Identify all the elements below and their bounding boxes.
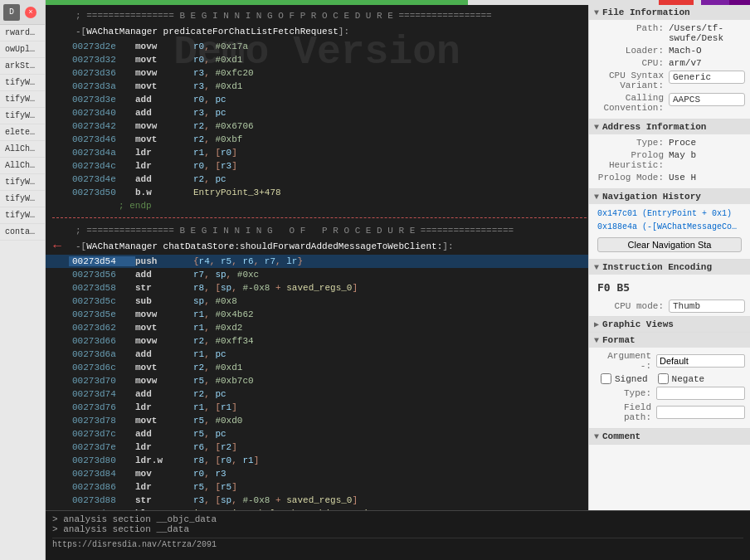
table-row[interactable]: 00273d80 ldr.w r8, [r0, r1]: [46, 454, 588, 467]
nav-history-header[interactable]: ▼ Navigation History: [589, 189, 750, 204]
sidebar-item[interactable]: tifyWeb...: [0, 91, 45, 108]
triangle-icon: ▼: [594, 432, 599, 441]
type-label: Type:: [594, 138, 669, 148]
encoding-value: F0 B5: [594, 278, 745, 297]
table-row[interactable]: 00273d58 str r8, [sp, #-0x8 + saved_regs…: [46, 281, 588, 295]
table-row[interactable]: 00273d5c sub sp, #0x8: [46, 295, 588, 308]
prolog-heuristic-value: May b: [669, 150, 745, 160]
cpu-mode-dropdown[interactable]: Thumb: [669, 299, 745, 313]
sidebar-item[interactable]: tifyWeb...: [0, 207, 45, 224]
sidebar-item[interactable]: contacts...: [0, 224, 45, 241]
triangle-icon: ▼: [594, 263, 599, 272]
negate-label: Negate: [672, 374, 705, 384]
comment-title: Comment: [602, 431, 640, 441]
table-row[interactable]: 00273d6a add r1, pc: [46, 348, 588, 361]
func1-label-row: -[WAChatManager predicateForChatListFetc…: [46, 23, 588, 40]
table-row[interactable]: 00273d66 movw r2, #0xff34 ;: [46, 334, 588, 348]
sidebar-item[interactable]: arkStatu...: [0, 58, 45, 75]
prolog-mode-value: Use H: [669, 173, 745, 183]
table-row: 00273d4c ldr r0, [r3]: [46, 159, 588, 173]
table-row: 00273d4a ldr r1, [r0]: [46, 146, 588, 159]
table-row: 00273d50 b.w EntryPoint_3+478: [46, 186, 588, 199]
table-row: 00273d36 movw r3, #0xfc20 ;: [46, 66, 588, 80]
table-row[interactable]: 00273d7c add r5, pc: [46, 427, 588, 441]
instruction-encoding-section: ▼ Instruction Encoding F0 B5 CPU mode: T…: [589, 260, 750, 317]
cpu-label: CPU:: [594, 58, 669, 68]
sidebar-item[interactable]: tifyWeb...: [0, 174, 45, 191]
sidebar-logo: D: [3, 4, 20, 21]
nav-history-item[interactable]: 0x147c01 (EntryPoint + 0x1): [594, 207, 745, 220]
cpu-mode-label: CPU mode:: [594, 301, 669, 311]
triangle-icon: ▼: [594, 192, 599, 202]
loader-label: Loader:: [594, 46, 669, 56]
format-header[interactable]: ▼ Format: [589, 333, 750, 348]
sidebar-item[interactable]: tifyWeb...: [0, 191, 45, 207]
table-row: 00273d40 add r3, pc: [46, 106, 588, 119]
proc-header-bottom: ; ================ B E G I N N I N G O F…: [46, 223, 588, 238]
sidebar-item[interactable]: AllChat S...: [0, 158, 45, 174]
graphic-views-section: ▶ Graphic Views: [589, 317, 750, 333]
separator: [52, 217, 588, 218]
nav-history-title: Navigation History: [602, 192, 701, 202]
sidebar-item[interactable]: rwardAd...: [0, 25, 45, 41]
triangle-icon: ▼: [594, 336, 599, 345]
cpu-syntax-label: CPU Syntax Variant:: [594, 71, 669, 90]
instruction-encoding-header[interactable]: ▼ Instruction Encoding: [589, 260, 750, 275]
calling-conv-label: Calling Convention:: [594, 93, 669, 113]
prolog-mode-label: Prolog Mode:: [594, 173, 669, 183]
close-button[interactable]: ×: [25, 7, 37, 18]
field-path-input[interactable]: [656, 406, 745, 419]
address-info-header[interactable]: ▼ Address Information: [589, 119, 750, 134]
table-row[interactable]: 00273d84 mov r0, r3: [46, 467, 588, 480]
sidebar-item[interactable]: AllChatSe...: [0, 141, 45, 158]
nav-history-section: ▼ Navigation History 0x147c01 (EntryPoin…: [589, 189, 750, 260]
address-info-title: Address Information: [602, 122, 706, 132]
console-area: > analysis section __objc_data > analysi…: [46, 510, 750, 560]
sidebar-item[interactable]: owUplo...: [0, 41, 45, 58]
table-row[interactable]: 00273d62 movt r1, #0xd2 ;: [46, 321, 588, 334]
sidebar-item[interactable]: tifyWeb...: [0, 75, 45, 91]
table-row: 00273d2e movw r0, #0x17a ;: [46, 40, 588, 53]
sidebar-item[interactable]: eleteMes...: [0, 124, 45, 141]
table-row: 00273d42 movw r2, #0x6706 ;: [46, 119, 588, 133]
sidebar-item[interactable]: tifyWeb...: [0, 108, 45, 124]
table-row[interactable]: 00273d86 ldr r5, [r5]: [46, 480, 588, 494]
graphic-views-header[interactable]: ▶ Graphic Views: [589, 317, 750, 332]
table-row: 00273d46 movt r2, #0xbf ;: [46, 133, 588, 146]
sidebar: D × rwardAd... owUplo... arkStatu... tif…: [0, 0, 46, 560]
signed-label: Signed: [615, 374, 648, 384]
table-row[interactable]: 00273d78 movt r5, #0xd0 ;: [46, 414, 588, 427]
table-row[interactable]: 00273d54 push {r4, r5, r6, r7, lr}: [46, 255, 588, 268]
table-row[interactable]: 00273d56 add r7, sp, #0xc: [46, 268, 588, 281]
path-label: Path:: [594, 23, 669, 33]
table-row[interactable]: 00273d6c movt r2, #0xd1 ;: [46, 361, 588, 374]
table-row[interactable]: 00273d5e movw r1, #0x4b62 ;: [46, 308, 588, 321]
file-info-title: File Information: [602, 7, 690, 17]
triangle-icon: ▼: [594, 8, 599, 17]
type-input[interactable]: [656, 387, 745, 400]
path-value: /Users/tf-swufe/Desk: [669, 23, 745, 43]
table-row[interactable]: 00273d8a blx imp___picsymbolstub4__objc_…: [46, 507, 588, 510]
negate-checkbox[interactable]: [658, 373, 669, 384]
table-row[interactable]: 00273d7e ldr r6, [r2]: [46, 441, 588, 454]
argument-label: Argument -:: [594, 351, 656, 371]
comment-header[interactable]: ▼ Comment: [589, 429, 750, 444]
calling-conv-dropdown[interactable]: AAPCS: [669, 93, 745, 106]
disassembly-view[interactable]: Demo Version ; ================ B E G I …: [46, 5, 588, 510]
table-row[interactable]: 00273d74 add r2, pc: [46, 387, 588, 401]
table-row: 00273d3e add r0, pc: [46, 93, 588, 106]
argument-input[interactable]: [656, 354, 745, 368]
clear-navigation-button[interactable]: Clear Navigation Sta: [597, 237, 742, 252]
format-title: Format: [602, 335, 636, 345]
signed-checkbox[interactable]: [601, 373, 611, 384]
cpu-syntax-dropdown[interactable]: Generic: [669, 71, 745, 84]
table-row[interactable]: 00273d88 str r3, [sp, #-0x8 + saved_regs…: [46, 494, 588, 507]
comment-section: ▼ Comment: [589, 429, 750, 445]
cpu-value: arm/v7: [669, 58, 745, 68]
triangle-icon: ▶: [594, 319, 599, 329]
file-info-header[interactable]: ▼ File Information: [589, 5, 750, 20]
table-row[interactable]: 00273d70 movw r5, #0xb7c0 ;: [46, 374, 588, 387]
table-row[interactable]: 00273d76 ldr r1, [r1]: [46, 401, 588, 414]
right-panel: ▼ File Information Path: /Users/tf-swufe…: [588, 5, 750, 510]
nav-history-item[interactable]: 0x188e4a (-[WAChatMessageCour: [594, 221, 745, 233]
